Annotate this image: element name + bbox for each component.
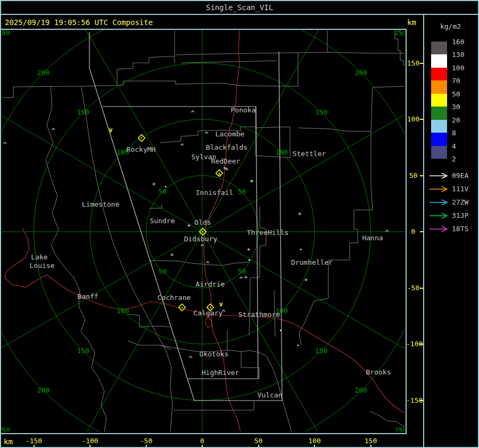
county-boundary: [55, 255, 106, 432]
x-axis-tick: [258, 445, 259, 447]
storm-vector-arrowhead-icon: v: [109, 126, 112, 134]
county-boundary: [1, 81, 298, 97]
ring-distance-label: 250: [1, 30, 10, 37]
scan-timestamp: 2025/09/19 19:05:56 UTC Composite: [5, 18, 153, 27]
x-axis-tick-label: -50: [135, 437, 158, 445]
x-axis-tick-label: 0: [191, 437, 214, 445]
y-axis-tick-label: 50: [406, 172, 420, 180]
city-label: Stettler: [293, 150, 326, 158]
y-axis-tick-label: -150: [406, 396, 420, 404]
city-label: Cochrane: [158, 294, 191, 302]
city-label: Airdrie: [196, 280, 225, 288]
town-cross-marker: +: [298, 210, 302, 217]
y-axis-tick-label: 0: [406, 227, 420, 235]
y-axis-unit-label: km: [407, 18, 423, 27]
town-caret-marker: ^: [180, 143, 184, 150]
x-axis-tick: [34, 445, 35, 447]
city-label: Blackfalds: [206, 143, 247, 151]
town-caret-marker: ^: [204, 131, 208, 139]
vector-id-label: 27ZW: [452, 198, 468, 206]
x-axis-tick: [146, 445, 147, 447]
azimuth-radial: [53, 30, 202, 232]
azimuth-radial: [1, 83, 202, 232]
y-axis-tick-label: -100: [406, 340, 420, 348]
x-axis-tick-label: 150: [359, 437, 383, 445]
ring-distance-label: 200: [355, 69, 367, 77]
ring-distance-label: 150: [77, 347, 89, 355]
map-layers: 5050505010010010010015015015015020020020…: [1, 30, 404, 432]
legend-threshold-label: 2: [452, 155, 476, 163]
town-star-marker: *: [250, 178, 254, 186]
city-label: ThreeHills: [247, 229, 288, 237]
city-label: RockyMH: [127, 145, 156, 153]
county-boundary: [176, 52, 404, 55]
city-label: RedDeer: [211, 157, 241, 165]
legend-swatch: [431, 107, 447, 119]
legend-unit-label: kg/m2: [424, 22, 477, 30]
city-label: Lake: [31, 253, 47, 261]
x-axis-tick: [89, 445, 90, 447]
town-caret-marker: ^: [191, 110, 194, 117]
x-axis-tick: [370, 445, 371, 447]
town-cross-marker: +: [170, 251, 174, 258]
vector-id-label: 09EA: [452, 172, 468, 180]
town-cross-marker: +: [225, 166, 229, 173]
town-caret-marker: ^: [51, 127, 55, 135]
ring-distance-label: 150: [315, 347, 327, 355]
vector-id-legend: 09EA111V27ZW31JP18TS: [424, 170, 477, 245]
window-title: Single_Scan_VIL: [1, 1, 478, 15]
town-dot-marker: [165, 186, 167, 188]
ring-distance-label: 150: [315, 108, 327, 116]
radar-site-diamond-icon: [210, 307, 211, 308]
town-dot-marker: [298, 345, 299, 346]
town-dot-marker: [280, 330, 282, 331]
x-axis-tick-label: -100: [78, 437, 102, 445]
county-boundary: [298, 128, 371, 132]
vector-id-label: 111V: [452, 185, 468, 193]
x-axis-tick-label: -150: [22, 437, 46, 445]
city-label: Innisfail: [196, 189, 233, 197]
city-label: Olds: [194, 218, 211, 226]
county-boundary: [299, 86, 404, 345]
town-caret-marker: ^: [3, 141, 6, 149]
city-label: Drumheller: [291, 258, 333, 266]
county-boundary: [241, 352, 259, 379]
city-label: Brooks: [366, 368, 391, 376]
ring-distance-label: 50: [159, 267, 167, 275]
radar-site-diamond-icon: [202, 231, 203, 232]
town-cross-marker: +: [187, 222, 191, 229]
radar-site-diamond-icon: [181, 307, 183, 308]
legend-swatch: [431, 120, 447, 133]
county-boundary: [46, 85, 59, 255]
ring-distance-label: 50: [159, 188, 167, 196]
ring-distance-label: 250: [394, 30, 404, 37]
city-label: Calgary: [194, 309, 223, 317]
county-boundary: [160, 345, 171, 349]
city-label: Didsbury: [184, 235, 218, 243]
ring-distance-label: 100: [117, 307, 129, 315]
legend-threshold-label: 100: [452, 63, 476, 71]
ring-distance-label: 200: [37, 386, 49, 394]
legend-swatch: [431, 68, 447, 80]
highway-line: [5, 228, 211, 315]
x-axis-tick-label: 50: [247, 437, 270, 445]
town-caret-marker: ^: [205, 260, 209, 268]
town-caret-marker: ^: [200, 243, 204, 251]
city-label: Louise: [30, 262, 55, 270]
county-boundary: [149, 260, 250, 265]
city-label: HighRiver: [202, 369, 240, 377]
town-caret-marker: ^: [188, 355, 192, 363]
legend-swatch: [431, 42, 447, 54]
town-cross-marker: +: [247, 246, 251, 253]
legend-threshold-label: 4: [452, 142, 476, 150]
color-legend-panel: kg/m2 16013010070503020842 09EA111V27ZW3…: [423, 15, 478, 447]
map-canvas[interactable]: 5050505010010010010015015015015020020020…: [1, 30, 404, 432]
radar-app-window: Single_Scan_VIL 2025/09/19 19:05:56 UTC …: [0, 0, 479, 448]
town-caret-marker: ^: [239, 276, 243, 283]
legend-threshold-label: 8: [452, 129, 476, 137]
city-label: Ponoka: [231, 106, 256, 114]
town-dot-marker: [300, 249, 302, 250]
ring-distance-label: 50: [238, 188, 246, 196]
x-axis-tick: [202, 445, 203, 447]
city-label: Strathmore: [238, 311, 280, 319]
